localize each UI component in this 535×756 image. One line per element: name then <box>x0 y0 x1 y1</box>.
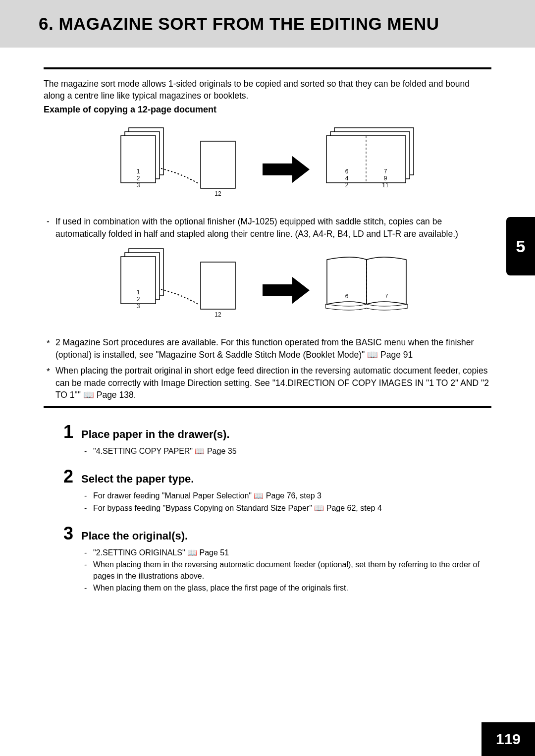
step-3-item-0: "2.SETTING ORIGINALS" 📖 Page 51 <box>81 547 491 558</box>
step-2-title: Select the paper type. <box>81 473 194 486</box>
top-rule <box>44 67 491 69</box>
step-1-item-0: "4.SETTING COPY PAPER" 📖 Page 35 <box>81 446 491 457</box>
svg-rect-3 <box>201 141 235 188</box>
step-2-item-1: For bypass feeding "Bypass Copying on St… <box>81 503 491 514</box>
diagram-2-svg: 1 2 3 12 6 7 <box>114 245 421 324</box>
d2-r: 7 <box>385 293 388 300</box>
d2-stack-3: 3 <box>137 303 140 310</box>
d1-tr: 7 <box>384 168 387 175</box>
intro-paragraph: The magazine sort mode allows 1-sided or… <box>44 78 491 102</box>
steps-container: 1 Place paper in the drawer(s). "4.SETTI… <box>44 423 491 594</box>
step-3-item-1: When placing them in the reversing autom… <box>81 559 491 582</box>
star-list: 2 Magazine Sort procedures are available… <box>44 336 491 401</box>
bullet-list-1: If used in combination with the optional… <box>44 216 491 240</box>
mid-rule <box>44 406 491 408</box>
bullet-1: If used in combination with the optional… <box>44 216 491 240</box>
step-2: 2 Select the paper type. For drawer feed… <box>63 468 491 514</box>
d1-ml: 4 <box>345 175 349 182</box>
svg-rect-12 <box>201 262 235 309</box>
d2-stack-2: 2 <box>137 296 140 303</box>
star-1: 2 Magazine Sort procedures are available… <box>44 336 491 361</box>
svg-marker-13 <box>263 277 310 304</box>
d1-stack-1: 1 <box>137 168 140 175</box>
step-3-item-2: When placing them on the glass, place th… <box>81 583 491 594</box>
chapter-tab: 5 <box>506 217 535 275</box>
step-1-num: 1 <box>63 423 81 441</box>
diagram-1-svg: 1 2 3 12 6 7 4 9 2 11 <box>114 124 421 203</box>
step-3-title: Place the original(s). <box>81 530 188 542</box>
d2-single: 12 <box>214 311 221 318</box>
d1-stack-3: 3 <box>137 182 140 189</box>
step-2-item-0: For drawer feeding "Manual Paper Selecti… <box>81 490 491 501</box>
diagram-2: 1 2 3 12 6 7 <box>44 245 491 324</box>
step-3-num: 3 <box>63 525 81 542</box>
example-label: Example of copying a 12-page document <box>44 105 491 115</box>
step-3: 3 Place the original(s). "2.SETTING ORIG… <box>63 525 491 594</box>
step-2-num: 2 <box>63 468 81 486</box>
svg-marker-4 <box>263 156 310 183</box>
page-title: 6. MAGAZINE SORT FROM THE EDITING MENU <box>39 14 439 34</box>
d1-stack-2: 2 <box>137 175 140 182</box>
page-number: 119 <box>482 722 535 756</box>
page-content: The magazine sort mode allows 1-sided or… <box>0 48 535 594</box>
d2-stack-1: 1 <box>137 289 140 296</box>
step-1: 1 Place paper in the drawer(s). "4.SETTI… <box>63 423 491 457</box>
d1-single: 12 <box>214 190 221 197</box>
d1-tl: 6 <box>345 168 349 175</box>
page-header: 6. MAGAZINE SORT FROM THE EDITING MENU <box>0 0 535 48</box>
d1-mr: 9 <box>384 175 387 182</box>
d1-bl: 2 <box>345 182 349 189</box>
d2-l: 6 <box>345 293 349 300</box>
star-2: When placing the portrait original in sh… <box>44 365 491 401</box>
diagram-1: 1 2 3 12 6 7 4 9 2 11 <box>44 124 491 203</box>
d1-br: 11 <box>382 182 389 189</box>
step-1-title: Place paper in the drawer(s). <box>81 428 230 441</box>
